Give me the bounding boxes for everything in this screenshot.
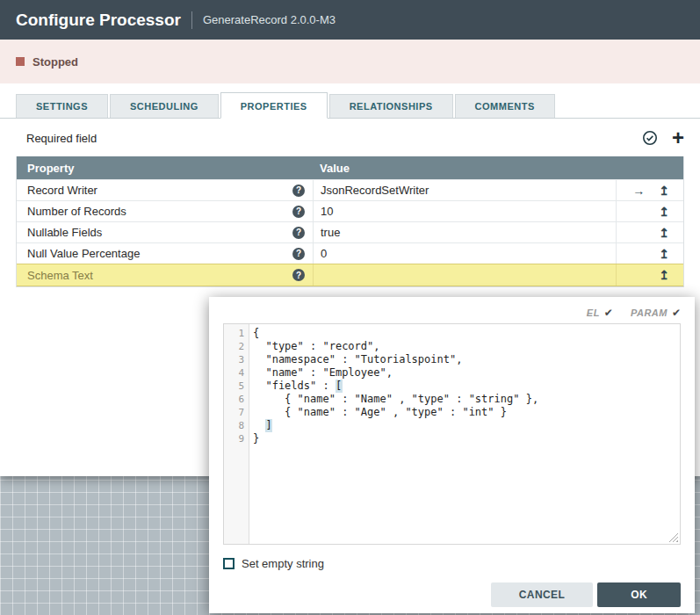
convert-to-parameter-icon[interactable]: ↥ (659, 206, 669, 218)
table-header: Property Value (17, 156, 683, 179)
help-icon[interactable]: ? (292, 184, 305, 197)
processor-status-bar: Stopped (0, 40, 700, 83)
property-value[interactable]: 0 (313, 243, 617, 264)
line-number: 5 (224, 380, 249, 393)
convert-to-parameter-icon[interactable]: ↥ (659, 184, 669, 197)
convert-to-parameter-icon[interactable]: ↥ (659, 248, 669, 260)
table-row[interactable]: Nullable Fields ? true ↥ (17, 221, 683, 242)
set-empty-string-label: Set empty string (242, 557, 324, 570)
el-supported-indicator: EL ✔ (587, 307, 613, 319)
line-number: 3 (224, 353, 249, 366)
property-value[interactable]: 10 (313, 201, 617, 221)
line-number: 2 (224, 340, 249, 353)
line-number: 8 (224, 419, 249, 432)
property-name: Number of Records (27, 205, 126, 218)
dialog-tabs: SETTINGS SCHEDULING PROPERTIES RELATIONS… (0, 92, 700, 119)
convert-to-parameter-icon[interactable]: ↥ (659, 227, 669, 239)
cancel-button[interactable]: CANCEL (491, 582, 593, 607)
help-icon[interactable]: ? (292, 269, 305, 281)
line-number-gutter: 1 2 3 4 5 6 7 8 9 (224, 324, 249, 544)
code-line: { "name" : "Name" , "type" : "string" }, (253, 393, 680, 406)
column-header-value: Value (313, 162, 617, 175)
table-row[interactable]: Record Writer ? JsonRecordSetWriter → ↥ (17, 179, 683, 200)
processor-name-version: GenerateRecord 2.0.0-M3 (203, 13, 336, 26)
code-line: "namespace" : "Tutorialspoint", (253, 353, 680, 366)
properties-table: Property Value Record Writer ? JsonRecor… (16, 156, 684, 287)
line-number: 9 (224, 432, 249, 445)
column-header-property: Property (17, 162, 313, 175)
property-value[interactable]: JsonRecordSetWriter (313, 180, 617, 200)
editor-flags: EL ✔ PARAM ✔ (223, 306, 681, 320)
help-icon[interactable]: ? (292, 248, 305, 260)
nifi-canvas-background: Configure Processor GenerateRecord 2.0.0… (0, 0, 700, 615)
code-line: { "name" : "Age" , "type" : "int" } (253, 406, 680, 419)
property-value[interactable] (313, 264, 617, 286)
properties-toolbar: Required field + (0, 119, 700, 156)
property-name: Schema Text (27, 269, 93, 282)
help-icon[interactable]: ? (292, 206, 305, 218)
code-line: "type" : "record", (253, 340, 680, 353)
tab-comments[interactable]: COMMENTS (455, 94, 555, 118)
code-line: ] (253, 419, 680, 432)
tab-properties[interactable]: PROPERTIES (220, 92, 328, 119)
line-number: 7 (224, 406, 249, 419)
table-row[interactable]: Number of Records ? 10 ↥ (17, 200, 683, 221)
code-line: "name" : "Employee", (253, 366, 680, 380)
line-number: 4 (224, 366, 249, 380)
param-supported-indicator: PARAM ✔ (631, 307, 681, 319)
line-number: 1 (224, 327, 249, 340)
set-empty-string-row: Set empty string (223, 557, 681, 570)
line-number: 6 (224, 393, 249, 406)
code-content[interactable]: { "type" : "record", "namespace" : "Tuto… (249, 324, 680, 544)
convert-to-parameter-icon[interactable]: ↥ (659, 269, 669, 281)
property-name: Record Writer (27, 184, 97, 197)
code-line: } (253, 432, 680, 445)
table-row-selected[interactable]: Schema Text ? ↥ (17, 264, 683, 286)
goto-service-icon[interactable]: → (632, 184, 645, 197)
schema-text-value-editor: EL ✔ PARAM ✔ 1 2 3 4 5 6 7 8 9 (209, 297, 695, 613)
dialog-header: Configure Processor GenerateRecord 2.0.0… (0, 0, 700, 40)
property-value[interactable]: true (313, 222, 617, 242)
editor-buttons: CANCEL OK (223, 582, 681, 607)
tab-relationships[interactable]: RELATIONSHIPS (329, 94, 453, 118)
code-line: "fields" : [ (253, 380, 680, 393)
property-name: Nullable Fields (27, 226, 102, 239)
property-name: Null Value Percentage (27, 247, 140, 260)
help-icon[interactable]: ? (292, 227, 305, 239)
status-label: Stopped (32, 55, 78, 69)
tab-settings[interactable]: SETTINGS (16, 94, 108, 118)
verify-properties-icon[interactable] (642, 130, 658, 146)
code-line: { (253, 327, 680, 340)
stopped-status-icon (16, 57, 25, 66)
dialog-title: Configure Processor (16, 11, 181, 30)
title-divider (191, 11, 192, 29)
set-empty-string-checkbox[interactable] (223, 558, 235, 569)
required-field-note: Required field (26, 132, 97, 145)
table-row[interactable]: Null Value Percentage ? 0 ↥ (17, 242, 683, 264)
ok-button[interactable]: OK (597, 582, 681, 607)
check-icon: ✔ (672, 307, 681, 319)
add-property-icon[interactable]: + (672, 130, 684, 146)
check-icon: ✔ (604, 307, 613, 319)
tab-scheduling[interactable]: SCHEDULING (110, 94, 219, 118)
code-editor[interactable]: 1 2 3 4 5 6 7 8 9 { "type" : "record", "… (223, 323, 681, 545)
